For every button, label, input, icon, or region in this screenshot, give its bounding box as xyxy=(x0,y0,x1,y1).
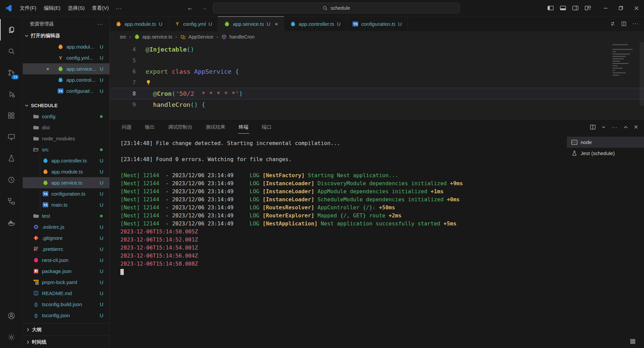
breadcrumb-label: src xyxy=(120,34,126,40)
tree-item-config[interactable]: config xyxy=(23,111,109,122)
terminal-dropdown-icon[interactable] xyxy=(602,126,605,129)
open-editor-config.yml...[interactable]: Yconfig.yml...U xyxy=(23,52,109,63)
menu-item-selection[interactable]: 选择(S) xyxy=(64,3,88,13)
terminal-instance-Jest (schedule)[interactable]: Jest (schedule) xyxy=(567,148,644,159)
split-editor-icon[interactable] xyxy=(621,21,627,26)
tab-configuration.ts[interactable]: TSconfiguration.tsU xyxy=(346,16,408,31)
customize-layout-icon[interactable] xyxy=(585,5,591,11)
tree-item-package.json[interactable]: package.jsonU xyxy=(23,266,109,277)
close-tab-icon[interactable]: × xyxy=(275,21,278,27)
open-editor-app.control...[interactable]: app.control...U xyxy=(23,74,109,85)
open-editors-header[interactable]: 打开的编辑器 xyxy=(23,30,109,41)
panel-more-actions-icon[interactable]: ··· xyxy=(611,124,618,130)
close-panel-icon[interactable] xyxy=(634,125,638,129)
tree-item-.prettierrc[interactable]: .prettierrcU xyxy=(23,243,109,255)
tree-item-app.controller.ts[interactable]: app.controller.tsU xyxy=(23,155,109,166)
explorer-icon xyxy=(7,25,16,34)
tab-app.controller.ts[interactable]: app.controller.tsU xyxy=(284,16,347,31)
open-editor-configurati...[interactable]: TSconfigurati...U xyxy=(23,85,109,96)
menu-item-edit[interactable]: 编辑(E) xyxy=(40,3,64,13)
breadcrumb-item-src[interactable]: src xyxy=(120,34,126,40)
tree-item-app.service.ts[interactable]: app.service.tsU xyxy=(23,177,109,188)
tree-item-nest-cli.json[interactable]: nest-cli.jsonU xyxy=(23,255,109,266)
code-line-7: 7 xyxy=(110,77,644,88)
tree-item-test[interactable]: test xyxy=(23,210,109,221)
panel-tab-output[interactable]: 输出 xyxy=(144,121,155,133)
menu-item-view[interactable]: 查看(V) xyxy=(88,3,112,13)
compare-changes-icon[interactable] xyxy=(610,21,615,26)
activity-item-settings[interactable] xyxy=(0,327,22,348)
close-window-button[interactable] xyxy=(629,0,644,16)
panel-tab-ports[interactable]: 端口 xyxy=(261,121,272,133)
tree-item-configuration.ts[interactable]: TSconfiguration.tsU xyxy=(23,188,109,199)
lightbulb-icon[interactable] xyxy=(146,80,151,85)
minimap[interactable] xyxy=(612,44,638,76)
open-editor-label: config.yml... xyxy=(66,55,98,61)
tab-app.service.ts[interactable]: app.service.tsU× xyxy=(218,16,284,31)
code-editor[interactable]: 4@Injectable()56export class AppService … xyxy=(110,42,644,119)
command-center-search[interactable]: schedule xyxy=(213,3,460,13)
activity-item-extensions[interactable] xyxy=(0,105,22,126)
minimap-line xyxy=(612,51,616,52)
panel-tab-test-results[interactable]: 测试结果 xyxy=(205,121,226,133)
maximize-panel-icon[interactable] xyxy=(624,126,628,129)
toggle-sidebar-icon[interactable] xyxy=(547,5,554,11)
minimap-line xyxy=(612,68,623,69)
back-arrow-icon[interactable]: ← xyxy=(184,4,196,12)
forward-arrow-icon[interactable]: → xyxy=(199,4,210,12)
breadcrumb-item-handleCron[interactable]: handleCron xyxy=(221,34,255,40)
activity-item-docker[interactable] xyxy=(0,212,22,233)
panel-tab-terminal[interactable]: 终端 xyxy=(238,121,249,133)
breadcrumb-item-AppService[interactable]: AppService xyxy=(180,34,213,40)
restore-button[interactable] xyxy=(613,0,629,16)
tree-item-main.ts[interactable]: TSmain.tsU xyxy=(23,199,109,210)
editor-scrollbar[interactable] xyxy=(640,42,644,106)
tree-item-pnpm-lock.yaml[interactable]: pnpm-lock.yamlU xyxy=(23,277,109,288)
close-editor-icon[interactable]: × xyxy=(46,66,49,72)
menu-item-file[interactable]: 文件(F) xyxy=(16,3,40,13)
tab-app.module.ts[interactable]: app.module.tsU xyxy=(110,16,168,31)
breadcrumb-item-app.service.ts[interactable]: app.service.ts xyxy=(134,34,172,40)
activity-item-run-debug[interactable] xyxy=(0,83,22,105)
title-bar: 文件(F)编辑(E)选择(S)查看(V) ··· ← → schedule xyxy=(0,0,644,16)
tree-item-dist[interactable]: dist xyxy=(23,122,109,133)
project-section-header[interactable]: SCHEDULE xyxy=(23,100,109,111)
breadcrumb-separator: › xyxy=(129,34,131,40)
sidebar-more-actions[interactable]: ··· xyxy=(98,21,104,27)
outline-section-header[interactable]: 大纲 xyxy=(23,323,109,336)
editor-more-actions-icon[interactable]: ··· xyxy=(632,21,639,27)
minimize-button[interactable] xyxy=(598,0,613,16)
panel-scrollbar-thumb[interactable] xyxy=(630,339,635,344)
tree-item-.eslintrc.js[interactable]: .eslintrc.jsU xyxy=(23,221,109,232)
tree-item-tsconfig.json[interactable]: {}tsconfig.jsonU xyxy=(23,310,109,321)
activity-item-history[interactable] xyxy=(0,169,22,191)
toggle-secondary-sidebar-icon[interactable] xyxy=(572,5,579,11)
panel-tab-debug-console[interactable]: 调试控制台 xyxy=(167,121,193,133)
activity-item-testing[interactable] xyxy=(0,148,22,169)
tree-item-app.module.ts[interactable]: app.module.tsU xyxy=(23,166,109,177)
folder-icon xyxy=(33,125,39,130)
open-editor-app.service...[interactable]: ×app.service...U xyxy=(23,63,109,74)
terminal-line: [23:14:48] File change detected. Startin… xyxy=(120,139,567,147)
activity-item-source-control[interactable]: 19 xyxy=(0,62,22,83)
activity-item-search[interactable] xyxy=(0,41,22,62)
open-editor-app.modul...[interactable]: app.modul...U xyxy=(23,41,109,52)
panel-tab-problems[interactable]: 问题 xyxy=(121,121,132,133)
terminal-instance-node[interactable]: C:\node xyxy=(567,137,644,148)
toggle-panel-icon[interactable] xyxy=(560,5,566,11)
code-content: @Cron('50/2 * * * * *') xyxy=(146,88,243,99)
activity-item-account[interactable] xyxy=(0,305,22,327)
split-terminal-icon[interactable] xyxy=(590,125,596,130)
activity-item-remote-explorer[interactable] xyxy=(0,126,22,148)
menu-more-button[interactable]: ··· xyxy=(112,4,125,13)
tree-item-node_modules[interactable]: node_modules xyxy=(23,133,109,144)
tree-item-src[interactable]: src xyxy=(23,144,109,155)
activity-item-references[interactable] xyxy=(0,191,22,212)
tab-config.yml[interactable]: Yconfig.ymlU xyxy=(168,16,218,31)
tree-item-tsconfig.build.json[interactable]: {}tsconfig.build.jsonU xyxy=(23,299,109,310)
tree-item-.gitignore[interactable]: .gitignoreU xyxy=(23,232,109,243)
tree-item-README.md[interactable]: README.mdU xyxy=(23,288,109,299)
activity-item-explorer[interactable] xyxy=(0,19,22,41)
timeline-section-header[interactable]: 时间线 xyxy=(23,336,109,348)
tab-label: configuration.ts xyxy=(361,21,395,27)
